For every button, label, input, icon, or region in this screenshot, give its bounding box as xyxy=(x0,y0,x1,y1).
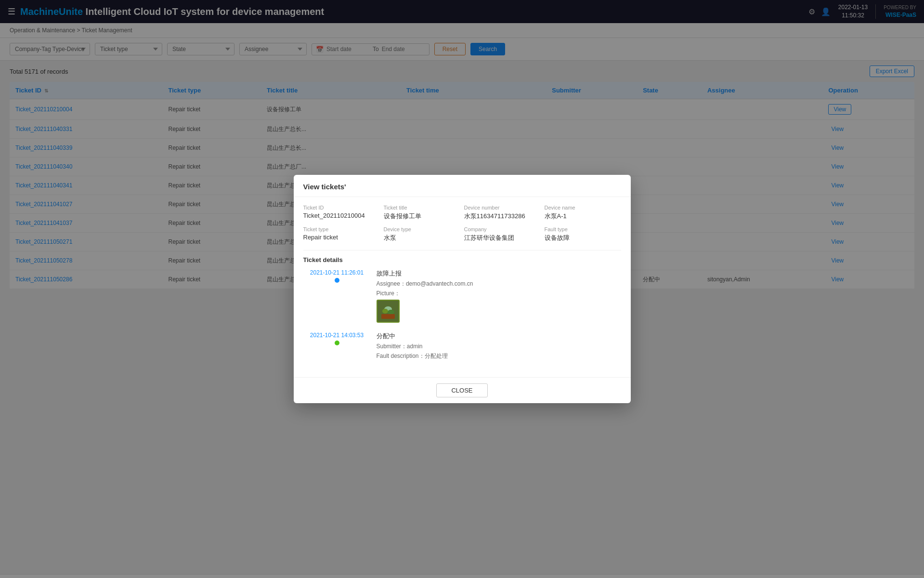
modal-ticket-id: Ticket ID Ticket_202110210004 xyxy=(303,205,380,221)
modal-overlay: View tickets' Ticket ID Ticket_202110210… xyxy=(0,0,924,578)
event2-submitter: Submitter：admin xyxy=(377,342,621,351)
event1-assignee: Assignee：demo@advantech.com.cn xyxy=(377,280,621,288)
event1-dot xyxy=(335,278,339,283)
modal-divider xyxy=(303,250,621,250)
timeline-item-1: 2021-10-21 11:26:01 故障上报 Assignee：demo@a… xyxy=(303,269,621,324)
timeline-left-1: 2021-10-21 11:26:01 xyxy=(303,269,371,324)
event2-fault: Fault description：分配处理 xyxy=(377,352,621,360)
modal-device-number: Device number 水泵11634711733286 xyxy=(464,205,541,221)
view-ticket-modal: View tickets' Ticket ID Ticket_202110210… xyxy=(294,175,631,403)
ticket-details-label: Ticket details xyxy=(303,256,621,263)
svg-point-2 xyxy=(382,309,388,314)
timeline-content-1: 故障上报 Assignee：demo@advantech.com.cn Pict… xyxy=(377,269,621,324)
timeline-content-2: 分配中 Submitter：admin Fault description：分配… xyxy=(377,332,621,362)
event1-title: 故障上报 xyxy=(377,269,621,278)
timeline-item-2: 2021-10-21 14:03:53 分配中 Submitter：admin … xyxy=(303,332,621,362)
event2-dot xyxy=(335,341,339,345)
timeline-left-2: 2021-10-21 14:03:53 xyxy=(303,332,371,362)
modal-ticket-type: Ticket type Repair ticket xyxy=(303,226,380,242)
close-modal-button[interactable]: CLOSE xyxy=(436,383,487,397)
modal-company: Company 江苏研华设备集团 xyxy=(464,226,541,242)
event1-picture-label: Picture： xyxy=(377,289,621,323)
modal-body: Ticket ID Ticket_202110210004 Ticket tit… xyxy=(294,197,631,377)
modal-fault-type: Fault type 设备故障 xyxy=(545,226,621,242)
event2-time: 2021-10-21 14:03:53 xyxy=(310,332,364,339)
modal-ticket-title: Ticket title 设备报修工单 xyxy=(384,205,460,221)
event1-picture xyxy=(377,300,400,323)
thumbnail-svg xyxy=(377,301,399,322)
event2-title: 分配中 xyxy=(377,332,621,341)
event1-time: 2021-10-21 11:26:01 xyxy=(310,269,364,276)
modal-device-type: Device type 水泵 xyxy=(384,226,460,242)
modal-title: View tickets' xyxy=(294,175,631,197)
modal-footer: CLOSE xyxy=(294,377,631,403)
modal-info-grid: Ticket ID Ticket_202110210004 Ticket tit… xyxy=(303,205,621,242)
svg-point-3 xyxy=(388,310,394,315)
modal-device-name: Device name 水泵A-1 xyxy=(545,205,621,221)
svg-rect-4 xyxy=(381,314,395,319)
